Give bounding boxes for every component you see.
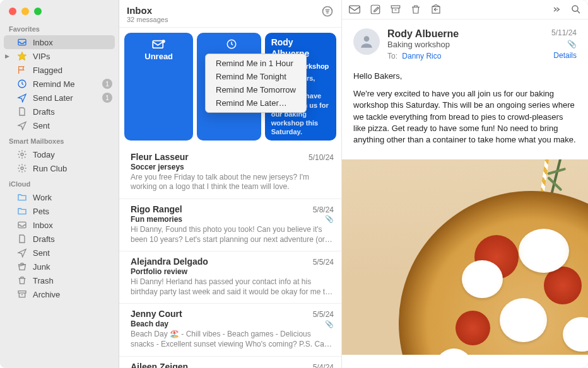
attachment-icon: 📎: [325, 215, 334, 223]
sidebar-item-label: Run Club: [33, 164, 112, 173]
attachment-indicator-icon: 📎: [567, 40, 577, 49]
sidebar-item-vips[interactable]: ▶ VIPs: [0, 49, 119, 63]
window-controls: [0, 0, 119, 20]
gear-icon: [16, 149, 28, 159]
remind-me-context-menu: Remind Me in 1 Hour Remind Me Tonight Re…: [205, 54, 307, 113]
to-value[interactable]: Danny Rico: [402, 52, 441, 60]
header-subject: Baking workshop: [387, 40, 544, 49]
count-badge: 1: [102, 79, 112, 89]
sidebar-item-archive[interactable]: Archive: [0, 287, 119, 301]
header-date: 5/11/24: [551, 28, 577, 37]
svg-rect-11: [350, 6, 360, 13]
svg-rect-6: [18, 291, 26, 293]
close-window-button[interactable]: [9, 8, 16, 15]
sidebar-section-favorites: Favorites: [0, 20, 119, 35]
sidebar-item-label: Remind Me: [33, 79, 97, 89]
to-label: To:: [387, 52, 397, 60]
star-icon: [16, 51, 28, 61]
sidebar-item-label: Pets: [33, 207, 112, 216]
gear-icon: [16, 163, 28, 173]
avatar: [353, 28, 380, 55]
sidebar-item-icloud-inbox[interactable]: Inbox: [0, 218, 119, 232]
paperplane-icon: [16, 248, 28, 258]
document-icon: [16, 106, 28, 117]
inbox-icon: [16, 220, 28, 230]
inbox-icon: [16, 37, 28, 47]
filter-chip-unread[interactable]: Unread: [124, 33, 193, 141]
sidebar-item-inbox[interactable]: Inbox: [4, 35, 115, 49]
sidebar-item-icloud-drafts[interactable]: Drafts: [0, 232, 119, 246]
message-preview: Are you free Friday to talk about the ne…: [131, 173, 334, 192]
search-button[interactable]: [570, 4, 582, 15]
sidebar-item-label: Sent: [33, 121, 112, 130]
message-from: Alejandra Delgado: [131, 256, 208, 267]
sidebar-item-send-later[interactable]: Send Later 1: [0, 91, 119, 105]
menu-item-remind-later[interactable]: Remind Me Later…: [206, 96, 306, 110]
sidebar-item-junk[interactable]: Junk: [0, 260, 119, 273]
sidebar-item-label: Inbox: [33, 38, 109, 47]
svg-point-3: [21, 153, 23, 156]
menu-item-remind-tonight[interactable]: Remind Me Tonight: [206, 70, 306, 83]
archive-button[interactable]: [390, 4, 401, 15]
message-preview: Hi Danny, Found this photo you took! Can…: [131, 225, 334, 244]
sidebar-item-run-club[interactable]: Run Club: [0, 161, 119, 175]
sidebar-section-smart: Smart Mailboxes: [0, 132, 119, 147]
sidebar-item-drafts[interactable]: Drafts: [0, 105, 119, 118]
menu-item-remind-tomorrow[interactable]: Remind Me Tomorrow: [206, 83, 306, 96]
pizza-decoration: [399, 191, 588, 355]
reading-pane: Rody Albuerne Baking workshop To: Danny …: [342, 0, 588, 368]
message-date: 5/5/24: [313, 258, 334, 267]
message-item[interactable]: Rigo Rangel 5/8/24 Fun memories📎 Hi Dann…: [119, 199, 341, 251]
sidebar-item-work[interactable]: Work: [0, 190, 119, 204]
attachment-icon: 📎: [325, 320, 334, 328]
delete-button[interactable]: [410, 4, 421, 15]
message-subject: Fun memories: [131, 215, 182, 224]
svg-rect-8: [153, 41, 163, 49]
sidebar-item-pets[interactable]: Pets: [0, 204, 119, 218]
list-header: Inbox 32 messages: [119, 0, 341, 28]
sidebar-item-remind-me[interactable]: Remind Me 1: [0, 77, 119, 91]
message-list: Fleur Lasseur 5/10/24 Soccer jerseys Are…: [119, 147, 341, 368]
attachment-image[interactable]: [342, 159, 588, 355]
filter-button[interactable]: [321, 5, 334, 18]
details-link[interactable]: Details: [553, 51, 577, 60]
disclosure-icon[interactable]: ▶: [5, 53, 9, 59]
flag-icon: [16, 65, 28, 75]
message-item[interactable]: Aileen Zeigen 5/4/24 5K training Hey Dan…: [119, 357, 341, 369]
message-from: Rigo Rangel: [131, 204, 182, 214]
count-badge: 1: [102, 93, 112, 103]
sidebar-item-icloud-sent[interactable]: Sent: [0, 246, 119, 260]
message-item[interactable]: Jenny Court 5/5/24 Beach day📎 Beach Day …: [119, 304, 341, 356]
sidebar-section-icloud: iCloud: [0, 175, 119, 190]
minimize-window-button[interactable]: [21, 8, 29, 15]
message-item[interactable]: Fleur Lasseur 5/10/24 Soccer jerseys Are…: [119, 147, 341, 199]
message-body: Hello Bakers, We're very excited to have…: [342, 67, 588, 159]
junk-icon: [16, 262, 28, 272]
folder-icon: [16, 206, 28, 216]
sidebar-item-sent[interactable]: Sent: [0, 118, 119, 132]
message-subject: Soccer jerseys: [131, 163, 184, 171]
sidebar-item-label: Junk: [33, 262, 112, 272]
clock-icon: [16, 79, 28, 89]
chip-label: Unread: [144, 52, 173, 61]
body-main: We're very excited to have you all join …: [353, 88, 577, 146]
sidebar-item-flagged[interactable]: Flagged: [0, 63, 119, 77]
compose-button[interactable]: [370, 4, 381, 15]
sidebar-item-trash[interactable]: Trash: [0, 273, 119, 287]
message-item[interactable]: Alejandra Delgado 5/5/24 Portfolio revie…: [119, 251, 341, 304]
junk-button[interactable]: [430, 4, 442, 15]
message-header: Rody Albuerne Baking workshop To: Danny …: [342, 20, 588, 67]
more-button[interactable]: [550, 4, 562, 15]
message-count: 32 messages: [127, 16, 168, 23]
message-date: 5/10/24: [309, 153, 334, 162]
new-message-button[interactable]: [348, 4, 361, 15]
maximize-window-button[interactable]: [34, 8, 42, 15]
paperplane-icon: [16, 120, 28, 130]
mailbox-title: Inbox: [127, 5, 168, 16]
sidebar-item-today[interactable]: Today: [0, 147, 119, 161]
svg-point-16: [364, 36, 370, 42]
menu-item-remind-1hour[interactable]: Remind Me in 1 Hour: [206, 57, 306, 70]
clock-icon: [226, 39, 237, 49]
svg-marker-1: [18, 52, 26, 60]
sidebar-item-label: Today: [33, 150, 112, 159]
